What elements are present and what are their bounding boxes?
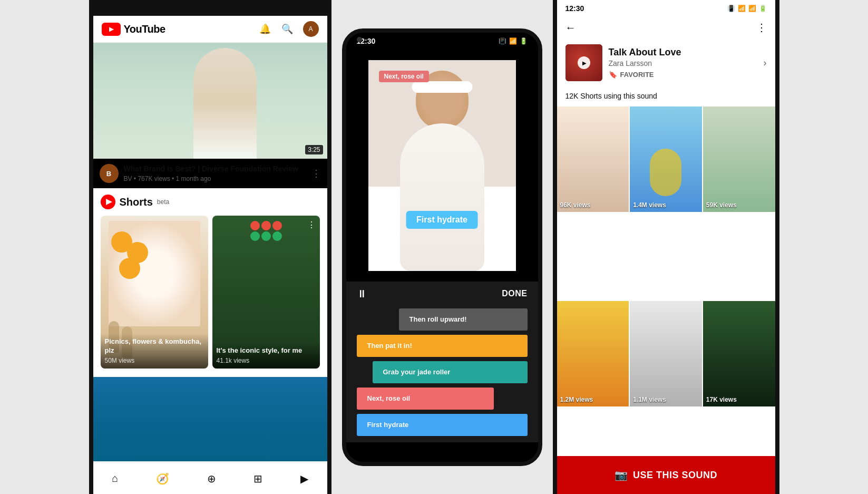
track-4-content[interactable]: Next, rose oil (362, 388, 489, 410)
nav-home[interactable]: ⌂ (112, 472, 118, 485)
done-button[interactable]: DONE (502, 289, 527, 298)
track-5-handle-right[interactable] (522, 414, 528, 436)
preview-image: Next, rose oil First hydrate (368, 60, 516, 271)
shorts-badge: beta (157, 198, 169, 206)
video-subtitle: BV • 767K views • 1 month ago (124, 175, 306, 182)
search-icon[interactable]: 🔍 (281, 23, 294, 35)
track-row-4: Next, rose oil (357, 388, 528, 410)
nav-subscriptions[interactable]: ⊞ (253, 472, 262, 485)
phone-3-time: 12:30 (565, 4, 584, 13)
vibrate-icon: 📳 (727, 5, 735, 12)
add-icon: ⊕ (207, 472, 216, 485)
nav-add[interactable]: ⊕ (207, 472, 216, 485)
bookmark-icon: 🔖 (609, 71, 617, 79)
sound-thumbnail[interactable] (565, 44, 602, 81)
notification-icon[interactable]: 🔔 (259, 23, 271, 35)
track-5-handle-left[interactable] (357, 414, 362, 436)
favorite-label: FAVORITE (620, 71, 654, 79)
flower-3 (272, 221, 282, 230)
phone-2-status-bar: 12:30 📳 📶 🔋 (346, 33, 538, 50)
pause-button[interactable]: ⏸ (357, 288, 367, 300)
grid-views-6: 17K views (706, 396, 737, 403)
library-icon: ▶ (300, 472, 308, 485)
header-icons: 🔔 🔍 A (259, 21, 319, 37)
short-2-more[interactable]: ⋮ (307, 220, 316, 230)
battery-icon: 🔋 (520, 37, 528, 45)
home-icon: ⌂ (112, 472, 118, 485)
flower-2 (261, 221, 271, 230)
sounds-count: 12K Shorts using this sound (557, 88, 775, 106)
use-sound-label: USE THIS SOUND (633, 470, 717, 481)
short-card-1[interactable]: Picnics, flowers & kombucha, plz 50M vie… (101, 216, 208, 369)
grid-views-3: 59K views (706, 201, 737, 209)
grid-item-1[interactable]: 96K views (557, 106, 629, 212)
nav-library[interactable]: ▶ (300, 472, 308, 485)
preview-person-body (400, 123, 484, 271)
phone-3-status: 12:30 📳 📶 📶 🔋 (557, 0, 775, 17)
short-2-overlay: It's the iconic style, for me 41.1k view… (212, 342, 320, 369)
user-avatar[interactable]: A (303, 21, 319, 37)
track-5-label: First hydrate (367, 421, 409, 429)
thumbnail-person (193, 48, 257, 159)
sound-info: Talk About Love Zara Larsson 🔖 FAVORITE (609, 47, 757, 79)
back-button[interactable]: ← (565, 22, 576, 34)
track-row-2: Then pat it in! (357, 335, 528, 357)
more-options-button[interactable]: ⋮ (756, 21, 767, 34)
pause-icon: ⏸ (357, 288, 367, 300)
video-card[interactable]: 3:25 B What Brand is Best? | Diverse Fou… (93, 43, 327, 188)
sound-chevron-icon[interactable]: › (764, 57, 767, 69)
video-preview: Next, rose oil First hydrate (346, 50, 538, 282)
use-this-sound-button[interactable]: 📷 USE THIS SOUND (557, 456, 775, 494)
shorts-header: Shorts beta (101, 195, 320, 209)
phone-1-youtube-feed: YouTube 🔔 🔍 A 3:25 B What Brand is Best?… (89, 0, 331, 494)
flowers-decoration (250, 221, 282, 230)
grid-views-2: 1.4M views (633, 201, 666, 209)
track-3-handle-left[interactable] (373, 361, 378, 383)
video-info: B What Brand is Best? | Diverse Foundati… (93, 159, 327, 188)
track-2-handle-right[interactable] (522, 335, 528, 357)
signal-icon: 📶 (748, 5, 756, 12)
grid-views-5: 1.1M views (633, 396, 666, 403)
grid-item-5[interactable]: 1.1M views (630, 301, 702, 406)
track-4-handle-right[interactable] (489, 388, 494, 410)
grid-item-2[interactable]: 1.4M views (630, 106, 702, 212)
grid-item-3[interactable]: 59K views (703, 106, 775, 212)
status-icons: 📳 📶 🔋 (499, 37, 528, 45)
track-3-content[interactable]: Grab your jade roller (378, 361, 522, 383)
nav-explore[interactable]: 🧭 (156, 472, 169, 485)
phone-3-status-icons: 📳 📶 📶 🔋 (727, 5, 767, 12)
track-1-content[interactable]: Then roll upward! (404, 308, 522, 331)
track-3-handle-right[interactable] (522, 361, 528, 383)
track-1-handle-left[interactable] (399, 308, 404, 331)
oranges-decoration (111, 231, 132, 253)
sound-play-button[interactable] (578, 56, 590, 69)
editor-controls: ⏸ DONE Then roll upward! (346, 282, 538, 442)
track-4-handle-left[interactable] (357, 388, 362, 410)
flower-1 (250, 221, 260, 230)
video-thumbnail: 3:25 (93, 43, 327, 159)
track-2-content[interactable]: Then pat it in! (362, 335, 522, 357)
track-row-5: First hydrate (357, 414, 528, 436)
track-2-handle-left[interactable] (357, 335, 362, 357)
track-row-3: Grab your jade roller (357, 361, 528, 383)
short-card-2[interactable]: ⋮ It's the iconic style, for me 41.1k vi… (212, 216, 320, 369)
video-more-icon[interactable]: ⋮ (311, 168, 321, 179)
channel-avatar: B (100, 164, 119, 183)
wifi-icon: 📶 (738, 5, 746, 12)
sound-favorite[interactable]: 🔖 FAVORITE (609, 71, 757, 79)
shorts-logo-icon (101, 195, 115, 209)
phone-2-wrapper: 12:30 📳 📶 🔋 Next, rose oil First hydrate (331, 0, 553, 494)
grid-views-4: 1.2M views (560, 396, 593, 403)
grid-item-6[interactable]: 17K views (703, 301, 775, 406)
track-5-content[interactable]: First hydrate (362, 414, 522, 436)
short-1-title: Picnics, flowers & kombucha, plz (105, 337, 204, 355)
phone-2-editor: 12:30 📳 📶 🔋 Next, rose oil First hydrate (342, 28, 542, 466)
vibrate-icon: 📳 (499, 37, 506, 45)
battery-icon: 🔋 (759, 5, 767, 12)
youtube-logo: YouTube (102, 23, 165, 36)
swimming-video[interactable] (93, 377, 327, 461)
subscriptions-icon: ⊞ (253, 472, 262, 485)
grid-item-4[interactable]: 1.2M views (557, 301, 629, 406)
youtube-header: YouTube 🔔 🔍 A (93, 16, 327, 43)
track-1-handle-right[interactable] (522, 308, 528, 331)
